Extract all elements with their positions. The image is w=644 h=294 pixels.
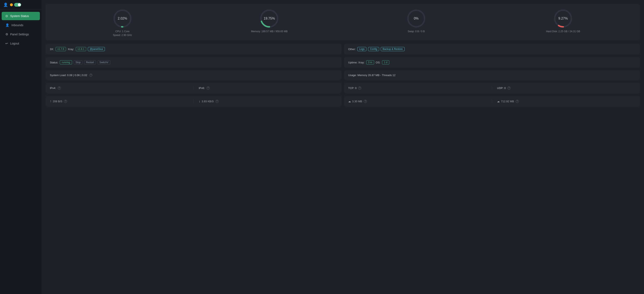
- help-icon-ipv6[interactable]: ?: [206, 86, 210, 90]
- total-up-cloud-icon: ☁: [348, 100, 351, 103]
- gauge-disk-canvas: 9.27%: [552, 9, 574, 28]
- card-status-content: Status: running Stop Restart SwitchV: [50, 60, 110, 64]
- card-tcp-udp: TCP: 0 ? UDP: 0 ?: [344, 83, 640, 93]
- help-icon-sysload[interactable]: ?: [89, 74, 92, 77]
- label-usage: Usage: Memory 26.87 MB - Threads 12: [348, 74, 396, 77]
- help-icon-tcp[interactable]: ?: [358, 86, 361, 90]
- badge-version-xray[interactable]: v1.8.1: [76, 47, 86, 51]
- download-speed-value: 3.93 KB/S: [202, 100, 214, 103]
- toggle-switch[interactable]: [14, 3, 21, 7]
- sidebar-nav: ⊙ System Status 👤 Inbounds ⚙ Panel Setti…: [0, 10, 42, 294]
- label-status: Status:: [50, 61, 58, 64]
- card-total-up: ☁ 3.30 MB ?: [348, 100, 487, 103]
- badge-version-3x[interactable]: v1.7.6: [56, 47, 66, 51]
- btn-stop[interactable]: Stop: [74, 60, 83, 64]
- badge-os-time: 1 d: [382, 60, 389, 64]
- gauge-cpu-value: 2.02%: [118, 17, 127, 20]
- gauge-memory-value: 19.75%: [264, 17, 275, 20]
- gauges-row: 2.02% CPU: 1 Core Speed: 2.90 GHz 19.75%…: [46, 4, 640, 40]
- gauge-swap: 0% Swap: 0 B / 0 B: [343, 9, 490, 37]
- badge-running: running: [60, 60, 72, 64]
- card-usage-content: Usage: Memory 26.87 MB - Threads 12: [348, 74, 396, 77]
- main-content: 2.02% CPU: 1 Core Speed: 2.90 GHz 19.75%…: [42, 0, 644, 294]
- help-icon-udp[interactable]: ?: [508, 86, 510, 90]
- panel-settings-icon: ⚙: [6, 33, 8, 36]
- gauge-swap-canvas: 0%: [405, 9, 428, 28]
- card-net-speed: ↑ 208 B/S ? ↓ 3.93 KB/S ?: [46, 96, 342, 107]
- label-tcp: TCP: 0: [348, 86, 356, 90]
- user-avatar-icon: 👤: [3, 3, 8, 7]
- gauge-memory-canvas: 19.75%: [258, 9, 281, 28]
- card-tcp: TCP: 0 ?: [348, 86, 487, 90]
- logout-icon: ↩: [6, 42, 8, 45]
- card-ipv6: IPv6: ?: [199, 86, 337, 90]
- label-ipv4: IPv4:: [50, 86, 56, 90]
- card-ipv4: IPv4: ?: [50, 86, 188, 90]
- card-status: Status: running Stop Restart SwitchV: [46, 57, 342, 68]
- sidebar-item-label-logout: Logout: [10, 42, 19, 45]
- system-status-icon: ⊙: [6, 14, 8, 18]
- sidebar-item-label-inbounds: Inbounds: [12, 24, 24, 27]
- help-icon-download[interactable]: ?: [216, 100, 218, 103]
- label-os: OS:: [376, 61, 380, 64]
- gauge-disk-value: 9.27%: [558, 17, 568, 20]
- help-icon-total-down[interactable]: ?: [516, 100, 519, 103]
- cards-grid: 3X: v1.7.6 Xray: v1.8.1 @panel3xui Other…: [46, 44, 640, 107]
- total-down-cloud-icon: ☁: [497, 100, 500, 103]
- btn-config[interactable]: Config: [368, 47, 379, 51]
- card-ip-split: IPv4: ? IPv6: ?: [50, 86, 337, 90]
- btn-restart[interactable]: Restart: [84, 60, 96, 64]
- card-other: Other: Logs Config Backup & Restore: [344, 44, 640, 55]
- total-divider: [492, 99, 492, 103]
- card-net-speed-split: ↑ 208 B/S ? ↓ 3.93 KB/S ?: [50, 99, 337, 103]
- total-upload-value: 3.30 MB: [352, 100, 362, 103]
- gauge-memory: 19.75% Memory: 189.57 MB / 959.65 MB: [196, 9, 343, 37]
- label-ipv6: IPv6:: [199, 86, 205, 90]
- sidebar-item-panel-settings[interactable]: ⚙ Panel Settings: [2, 30, 40, 39]
- sidebar-item-system-status[interactable]: ⊙ System Status: [2, 12, 40, 20]
- upload-arrow-icon: ↑: [50, 99, 52, 103]
- download-arrow-icon: ↓: [199, 99, 200, 103]
- help-icon-ipv4[interactable]: ?: [58, 86, 61, 90]
- btn-backup-restore[interactable]: Backup & Restore: [381, 47, 405, 51]
- toggle-dot: [10, 3, 13, 6]
- gauge-disk-label: Hard Disk: 2.25 GB / 24.31 GB: [546, 30, 580, 33]
- gauge-cpu-canvas: 2.02%: [111, 9, 134, 28]
- sidebar-item-logout[interactable]: ↩ Logout: [2, 39, 40, 48]
- sidebar-item-inbounds[interactable]: 👤 Inbounds: [2, 21, 40, 29]
- help-icon-upload[interactable]: ?: [64, 100, 67, 103]
- card-other-content: Other: Logs Config Backup & Restore: [348, 47, 405, 51]
- gauge-swap-value: 0%: [414, 17, 418, 20]
- gauge-memory-label: Memory: 189.57 MB / 959.65 MB: [251, 30, 288, 33]
- label-sysload: System Load: 0.08 | 0.06 | 0.02: [50, 74, 87, 77]
- total-download-value: 712.92 MB: [501, 100, 514, 103]
- sidebar-top: 👤: [0, 0, 42, 10]
- badge-xray-time: 3 m: [366, 60, 374, 64]
- inbounds-icon: 👤: [6, 23, 9, 27]
- sidebar-item-label-system-status: System Status: [10, 14, 29, 18]
- card-net-total-split: ☁ 3.30 MB ? ☁ 712.92 MB ?: [348, 99, 636, 103]
- btn-switchv[interactable]: SwitchV: [98, 60, 110, 64]
- card-uptime-content: Uptime: Xray: 3 m OS: 1 d: [348, 60, 389, 64]
- card-uptime: Uptime: Xray: 3 m OS: 1 d: [344, 57, 640, 68]
- sidebar-item-label-panel-settings: Panel Settings: [10, 33, 29, 36]
- speed-divider: [194, 99, 194, 103]
- sidebar: 👤 ⊙ System Status 👤 Inbounds ⚙ Panel Set…: [0, 0, 42, 294]
- card-sysload: System Load: 0.08 | 0.06 | 0.02 ?: [46, 70, 342, 80]
- label-uptime: Uptime: Xray:: [348, 61, 364, 64]
- label-3x: 3X:: [50, 48, 54, 51]
- help-icon-total-up[interactable]: ?: [364, 100, 367, 103]
- card-total-down: ☁ 712.92 MB ?: [497, 100, 636, 103]
- btn-logs[interactable]: Logs: [357, 47, 366, 51]
- label-xray: Xray:: [68, 48, 74, 51]
- ip-divider: [194, 86, 194, 90]
- card-usage: Usage: Memory 26.87 MB - Threads 12: [344, 70, 640, 80]
- tcp-udp-divider: [492, 86, 492, 90]
- gauge-cpu-label: CPU: 1 Core Speed: 2.90 GHz: [113, 30, 132, 37]
- card-version-content: 3X: v1.7.6 Xray: v1.8.1 @panel3xui: [50, 47, 105, 51]
- theme-toggle-wrap[interactable]: [10, 3, 21, 7]
- upload-speed-value: 208 B/S: [53, 100, 62, 103]
- card-ip: IPv4: ? IPv6: ?: [46, 83, 342, 93]
- badge-panel[interactable]: @panel3xui: [88, 47, 105, 51]
- card-udp: UDP: 0 ?: [497, 86, 636, 90]
